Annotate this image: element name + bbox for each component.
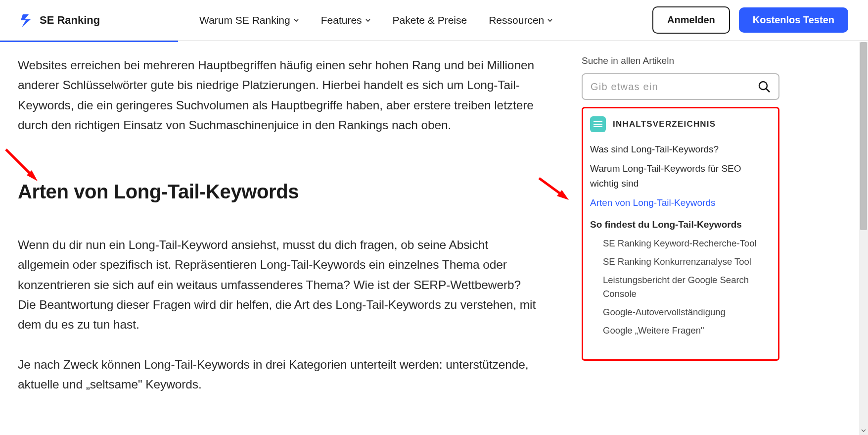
nav-item-features[interactable]: Features [321,14,371,26]
chevron-down-icon [365,17,371,23]
toc-header: INHALTSVERZEICHNIS [590,116,771,132]
search-input[interactable] [591,81,758,93]
nav-item-resources[interactable]: Ressourcen [489,14,553,26]
logo[interactable]: SE Ranking [20,12,100,28]
logo-icon [20,12,36,28]
svg-line-5 [766,89,770,92]
login-button[interactable]: Anmelden [652,6,730,34]
nav-item-why[interactable]: Warum SE Ranking [199,14,299,26]
article-content: Websites erreichen bei mehreren Hauptbeg… [18,55,542,434]
list-icon [590,116,606,132]
body-paragraph: Je nach Zweck können Long-Tail-Keywords … [18,355,542,395]
main-content-area: Websites erreichen bei mehreren Hauptbeg… [0,41,868,434]
intro-paragraph: Websites erreichen bei mehreren Hauptbeg… [18,55,542,136]
toc-subitem-keyword-research[interactable]: SE Ranking Keyword-Recherche-Tool [603,237,771,251]
reading-progress-bar [0,41,178,42]
toc-sublist: SE Ranking Keyword-Recherche-Tool SE Ran… [590,237,771,338]
free-trial-button[interactable]: Kostenlos Testen [739,7,848,33]
toc-subitem-people-also-ask[interactable]: Google „Weitere Fragen" [603,324,771,338]
logo-text: SE Ranking [40,14,100,27]
scrollbar-thumb[interactable] [860,42,867,230]
site-header: SE Ranking Warum SE Ranking Features Pak… [0,0,868,41]
toc-list: Was sind Long-Tail-Keywords? Warum Long-… [590,142,771,232]
svg-point-4 [759,82,767,90]
search-label: Suche in allen Artikeln [582,55,779,66]
toc-item-how-to-find[interactable]: So findest du Long-Tail-Keywords [590,217,771,232]
toc-subitem-autocomplete[interactable]: Google-Autovervollständigung [603,305,771,320]
scroll-down-icon[interactable] [861,428,867,434]
table-of-contents: INHALTSVERZEICHNIS Was sind Long-Tail-Ke… [582,107,779,361]
chevron-down-icon [293,17,299,23]
search-box [582,73,779,100]
toc-item-why-seo[interactable]: Warum Long-Tail-Keywords für SEO wichtig… [590,161,771,191]
toc-item-types[interactable]: Arten von Long-Tail-Keywords [590,195,771,210]
section-heading: Arten von Long-Tail-Keywords [18,175,542,208]
toc-title: INHALTSVERZEICHNIS [613,119,716,129]
body-paragraph: Wenn du dir nun ein Long-Tail-Keyword an… [18,235,542,335]
chevron-down-icon [547,17,553,23]
toc-subitem-competitor-analysis[interactable]: SE Ranking Konkurrenzanalyse Tool [603,255,771,269]
main-nav: Warum SE Ranking Features Pakete & Preis… [199,14,553,26]
toc-item-what-are[interactable]: Was sind Long-Tail-Keywords? [590,142,771,156]
toc-subitem-search-console[interactable]: Leistungsbericht der Google Search Conso… [603,273,771,301]
scrollbar-track[interactable] [859,42,868,435]
sidebar: Suche in allen Artikeln INHALTSVERZEICHN… [582,55,779,434]
nav-item-pricing[interactable]: Pakete & Preise [393,14,467,26]
search-icon[interactable] [758,80,771,93]
header-actions: Anmelden Kostenlos Testen [652,6,848,34]
